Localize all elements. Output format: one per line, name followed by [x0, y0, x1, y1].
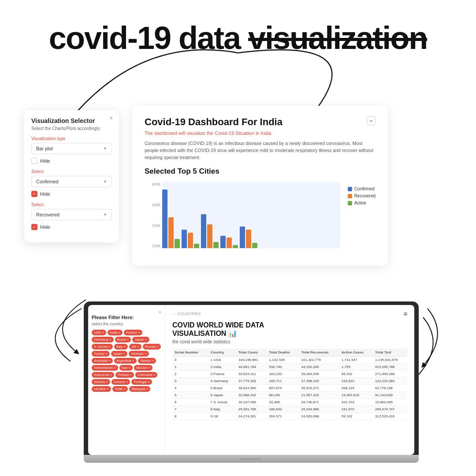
country-tag[interactable]: Poland× — [115, 372, 134, 378]
hamburger-menu-icon[interactable]: ≡ — [404, 310, 407, 317]
bar-confirmed-2 — [182, 230, 187, 248]
country-tag[interactable]: Germany× — [92, 337, 114, 342]
cell-total-test: 15,864,065 — [373, 399, 407, 406]
country-tag[interactable]: Taiwan× — [138, 358, 156, 364]
tag-remove-icon[interactable]: × — [105, 352, 108, 356]
tag-remove-icon[interactable]: × — [145, 352, 147, 356]
sidebar-close-button[interactable]: × — [159, 309, 161, 315]
select-dropdown-2[interactable]: Recovered ▼ — [31, 209, 112, 220]
tag-remove-icon[interactable]: × — [148, 380, 150, 384]
country-tag[interactable]: Austria× — [92, 379, 110, 385]
country-tag[interactable]: Portugal× — [131, 379, 152, 385]
dashboard-subtitle: The dashboard will visualize the Covid-1… — [145, 130, 283, 136]
country-tag[interactable]: S. Korea× — [92, 344, 113, 350]
tag-remove-icon[interactable]: × — [132, 359, 134, 363]
hide-label-2: Hide — [40, 191, 50, 197]
col-total-deaths: Total Deaths — [267, 349, 299, 357]
hide-checkbox-3[interactable] — [31, 224, 37, 230]
country-tag[interactable]: Mexico× — [134, 365, 152, 371]
tag-remove-icon[interactable]: × — [137, 345, 139, 349]
country-tag[interactable]: Italy× — [114, 344, 128, 350]
country-tag[interactable]: UK× — [129, 344, 141, 350]
tag-remove-icon[interactable]: × — [138, 331, 140, 335]
tag-remove-icon[interactable]: × — [146, 387, 149, 391]
bar-active-3 — [213, 242, 219, 248]
cell-num-country: 1 USA — [208, 357, 236, 364]
bar-group-1 — [162, 190, 180, 248]
tag-remove-icon[interactable]: × — [145, 338, 147, 342]
minimize-button[interactable]: – — [367, 116, 376, 125]
country-tag[interactable]: Australia× — [92, 358, 113, 364]
cell-total-recovered: 21,567,425 — [299, 392, 339, 399]
country-tag[interactable]: Spain× — [111, 351, 127, 357]
tag-remove-icon[interactable]: × — [108, 345, 111, 349]
cell-total-deaths: 68,199 — [267, 392, 299, 399]
cell-num-country: 8 Italy — [208, 406, 236, 413]
bar-recovered-3 — [207, 224, 212, 248]
country-tag[interactable]: Iran× — [119, 365, 133, 371]
tag-remove-icon[interactable]: × — [149, 366, 151, 370]
tag-remove-icon[interactable]: × — [129, 366, 131, 370]
tag-remove-icon[interactable]: × — [110, 373, 112, 377]
tag-remove-icon[interactable]: × — [118, 331, 120, 335]
tag-remove-icon[interactable]: × — [123, 387, 126, 391]
hide-checkbox-1[interactable] — [31, 158, 37, 164]
country-tag[interactable]: Malaysia× — [129, 386, 150, 392]
select-dropdown-1[interactable]: Confirmed ▼ — [31, 176, 112, 187]
tag-remove-icon[interactable]: × — [108, 359, 111, 363]
tag-remove-icon[interactable]: × — [153, 373, 156, 377]
tag-remove-icon[interactable]: × — [152, 359, 154, 363]
cell-total-deaths: 165,711 — [267, 378, 299, 385]
cell-active-cases: 19,952,618 — [339, 392, 373, 399]
bar-group-3 — [201, 214, 219, 248]
country-tag[interactable]: Colombia× — [135, 372, 157, 378]
tag-remove-icon[interactable]: × — [156, 345, 159, 349]
tag-remove-icon[interactable]: × — [102, 331, 104, 335]
tag-remove-icon[interactable]: × — [126, 380, 128, 384]
country-tag[interactable]: Argentina× — [114, 358, 137, 364]
laptop-nav[interactable]: ← COUNTRIES — [172, 312, 201, 316]
tag-remove-icon[interactable]: × — [109, 338, 112, 342]
tag-remove-icon[interactable]: × — [130, 373, 132, 377]
country-tag[interactable]: Turkey× — [92, 351, 110, 357]
tag-remove-icon[interactable]: × — [114, 366, 116, 370]
country-tag[interactable]: Japan× — [132, 337, 149, 342]
country-tag[interactable]: Indonesia× — [92, 372, 114, 378]
cell-total-test: 265,474,747 — [373, 406, 407, 413]
close-button[interactable]: × — [109, 115, 113, 122]
cell-total-cases: 104,196,861 — [236, 357, 267, 364]
col-country-num: Country — [208, 349, 236, 357]
bar-group-5 — [240, 227, 257, 248]
dropdown-arrow-icon: ▼ — [103, 146, 107, 151]
country-tag[interactable]: Ukraine× — [92, 386, 111, 392]
dashboard-card: Covid-19 Dashboard For India The dashboa… — [132, 106, 388, 266]
laptop-main-content: ← COUNTRIES ≡ COVID WORLD WIDE DATAVISUA… — [165, 305, 414, 455]
tag-remove-icon[interactable]: × — [106, 380, 108, 384]
cell-serial: 4 — [172, 385, 208, 392]
country-tag[interactable]: Greece× — [112, 379, 130, 385]
cell-total-cases: 44,681,784 — [236, 364, 267, 371]
country-tag[interactable]: USA× — [92, 330, 106, 335]
laptop: × Please Filter Here: select the country… — [84, 301, 419, 463]
hide-checkbox-2[interactable] — [31, 191, 37, 197]
country-tag[interactable]: Netherlands× — [92, 365, 118, 371]
tag-remove-icon[interactable]: × — [127, 338, 129, 342]
bar-confirmed-1 — [162, 190, 167, 248]
laptop-main-subtitle: the covid world wide statistics — [172, 339, 407, 344]
country-tag[interactable]: France× — [124, 330, 142, 335]
tag-remove-icon[interactable]: × — [107, 387, 109, 391]
tag-remove-icon[interactable]: × — [123, 352, 125, 356]
viz-type-dropdown[interactable]: Bar plot ▼ — [31, 143, 112, 154]
cell-total-cases: 24,274,361 — [236, 413, 267, 420]
cell-total-test: 312,529,416 — [373, 413, 407, 420]
country-tag[interactable]: India× — [108, 330, 123, 335]
tag-remove-icon[interactable]: × — [123, 345, 126, 349]
country-tag[interactable]: Russia× — [143, 344, 161, 350]
table-row: 3 4 Germany 37,779,333 165,711 37,398,10… — [172, 378, 407, 385]
country-tag[interactable]: Chile× — [112, 386, 128, 392]
country-tag[interactable]: Brazil× — [115, 337, 131, 342]
cell-num-country: 9 UK — [208, 413, 236, 420]
table-row: 2 3 France 39,524,311 164,233 39,264,546… — [172, 371, 407, 378]
cell-total-recovered: 35,919,372 — [299, 385, 339, 392]
country-tag[interactable]: Vietnam× — [129, 351, 149, 357]
